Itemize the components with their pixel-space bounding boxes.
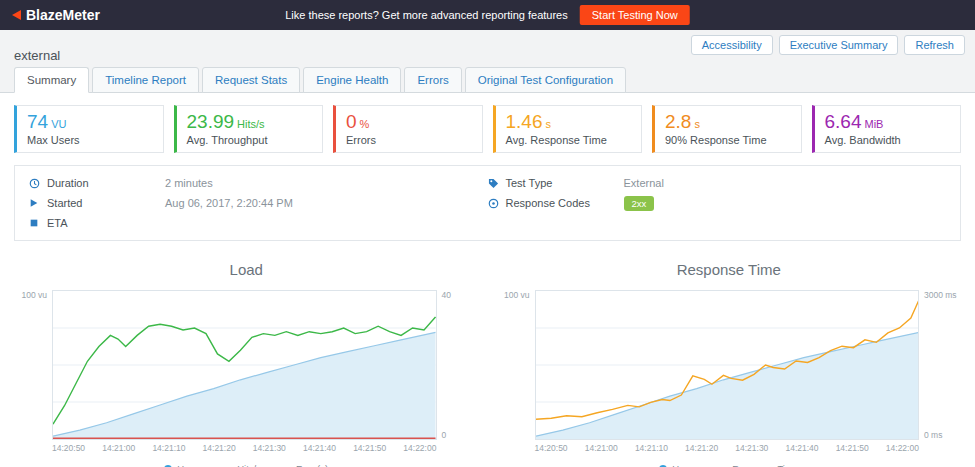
play-icon bbox=[29, 198, 47, 208]
page-header: external AccessibilityExecutive SummaryR… bbox=[0, 30, 975, 66]
x-tick-label: 14:22:00 bbox=[886, 443, 919, 453]
info-row-eta: ETA bbox=[29, 214, 488, 232]
header-actions: AccessibilityExecutive SummaryRefresh bbox=[691, 35, 965, 55]
x-tick-label: 14:21:30 bbox=[253, 443, 286, 453]
legend-label: Users bbox=[672, 463, 697, 467]
kpi-card-errors: 0%Errors bbox=[333, 105, 483, 153]
x-tick-label: 14:22:00 bbox=[403, 443, 436, 453]
kpi-card-avg-throughput: 23.99Hits/sAvg. Throughput bbox=[174, 105, 324, 153]
info-label: Test Type bbox=[506, 177, 624, 189]
chart-plot bbox=[52, 290, 437, 440]
navbar-promo: Like these reports? Get more advanced re… bbox=[285, 5, 690, 25]
kpi-unit: % bbox=[360, 118, 370, 130]
x-tick-label: 14:21:20 bbox=[203, 443, 236, 453]
kpi-value: 0 bbox=[346, 111, 357, 132]
x-axis-ticks: 14:20:5014:21:0014:21:1014:21:2014:21:30… bbox=[52, 443, 437, 453]
tab-errors[interactable]: Errors bbox=[404, 67, 461, 93]
top-navbar: BlazeMeter Like these reports? Get more … bbox=[0, 0, 975, 30]
app-root: BlazeMeter Like these reports? Get more … bbox=[0, 0, 975, 467]
refresh-button[interactable]: Refresh bbox=[904, 35, 965, 55]
legend-item-response-time[interactable]: Response Time bbox=[713, 463, 798, 467]
clock-icon bbox=[29, 178, 47, 189]
chart-canvas bbox=[53, 291, 436, 439]
x-tick-label: 14:21:10 bbox=[635, 443, 668, 453]
legend-item-users[interactable]: Users bbox=[164, 463, 202, 467]
x-tick-label: 14:21:40 bbox=[785, 443, 818, 453]
y-axis-right-bottom-label: 0 ms bbox=[924, 430, 961, 440]
kpi-card-max-users: 74VUMax Users bbox=[14, 105, 164, 153]
chart-legend: UsersHits/sError(s) bbox=[14, 463, 479, 467]
stop-icon bbox=[29, 218, 47, 228]
blazemeter-logo[interactable]: BlazeMeter bbox=[12, 7, 100, 23]
legend-label: Response Time bbox=[732, 463, 798, 467]
x-tick-label: 14:21:10 bbox=[152, 443, 185, 453]
load-chart-panel: Load100 vu40014:20:5014:21:0014:21:1014:… bbox=[14, 257, 479, 467]
response-codes-icon bbox=[488, 198, 506, 209]
blazemeter-logo-text: BlazeMeter bbox=[26, 7, 100, 23]
kpi-unit: s bbox=[545, 118, 551, 130]
info-row-test-type: Test TypeExternal bbox=[488, 174, 947, 192]
legend-item-error-s[interactable]: Error(s) bbox=[277, 463, 328, 467]
tab-original-test-configuration[interactable]: Original Test Configuration bbox=[465, 67, 626, 93]
y-axis-right-bottom-label: 0 bbox=[442, 430, 479, 440]
legend-label: Hits/s bbox=[237, 463, 261, 467]
x-tick-label: 14:21:20 bbox=[685, 443, 718, 453]
y-axis-right-top-label: 40 bbox=[442, 290, 479, 300]
tab-bar: SummaryTimeline ReportRequest StatsEngin… bbox=[0, 66, 975, 93]
kpi-unit: VU bbox=[51, 118, 66, 130]
tab-engine-health[interactable]: Engine Health bbox=[303, 67, 401, 93]
tab-timeline-report[interactable]: Timeline Report bbox=[92, 67, 199, 93]
x-tick-label: 14:21:00 bbox=[585, 443, 618, 453]
y-axis-left-label: 100 vu bbox=[21, 290, 47, 300]
kpi-label: 90% Response Time bbox=[665, 134, 791, 146]
kpi-unit: MiB bbox=[864, 118, 883, 130]
info-value: 2 minutes bbox=[165, 177, 213, 189]
x-tick-label: 14:21:00 bbox=[102, 443, 135, 453]
y-axis-right-top-label: 3000 ms bbox=[924, 290, 961, 300]
x-tick-label: 14:20:50 bbox=[535, 443, 568, 453]
kpi-unit: s bbox=[694, 118, 700, 130]
kpi-value: 2.8 bbox=[665, 111, 691, 132]
kpi-value: 23.99 bbox=[187, 111, 235, 132]
info-label: Response Codes bbox=[506, 197, 624, 209]
promo-text: Like these reports? Get more advanced re… bbox=[285, 9, 568, 21]
x-axis-ticks: 14:20:5014:21:0014:21:1014:21:2014:21:30… bbox=[535, 443, 920, 453]
start-testing-button[interactable]: Start Testing Now bbox=[580, 5, 690, 25]
info-row-duration: Duration2 minutes bbox=[29, 174, 488, 192]
tab-request-stats[interactable]: Request Stats bbox=[202, 67, 300, 93]
kpi-row: 74VUMax Users23.99Hits/sAvg. Throughput0… bbox=[0, 93, 975, 165]
legend-item-hits-s[interactable]: Hits/s bbox=[218, 463, 261, 467]
info-value: External bbox=[624, 177, 664, 189]
info-value: Aug 06, 2017, 2:20:44 PM bbox=[165, 197, 293, 209]
kpi-value: 1.46 bbox=[506, 111, 543, 132]
kpi-label: Avg. Throughput bbox=[187, 134, 313, 146]
kpi-label: Avg. Bandwidth bbox=[825, 134, 951, 146]
legend-label: Users bbox=[177, 463, 202, 467]
kpi-card-90-response-time: 2.8s90% Response Time bbox=[652, 105, 802, 153]
info-label: ETA bbox=[47, 217, 165, 229]
info-label: Started bbox=[47, 197, 165, 209]
chart-canvas bbox=[536, 291, 919, 439]
x-tick-label: 14:21:30 bbox=[735, 443, 768, 453]
page-title: external bbox=[14, 48, 60, 63]
x-tick-label: 14:21:50 bbox=[353, 443, 386, 453]
info-row-response-codes: Response Codes2xx bbox=[488, 194, 947, 212]
info-column: Duration2 minutesStartedAug 06, 2017, 2:… bbox=[29, 174, 488, 232]
tag-icon bbox=[488, 178, 506, 189]
info-label: Duration bbox=[47, 177, 165, 189]
chart-plot bbox=[535, 290, 920, 440]
test-info-panel: Duration2 minutesStartedAug 06, 2017, 2:… bbox=[14, 165, 961, 241]
chart-legend: UsersResponse Time bbox=[497, 463, 962, 467]
kpi-card-avg-bandwidth: 6.64MiBAvg. Bandwidth bbox=[812, 105, 962, 153]
kpi-value: 74 bbox=[27, 111, 48, 132]
response-code-badge: 2xx bbox=[624, 196, 655, 211]
y-axis-left-label: 100 vu bbox=[504, 290, 530, 300]
x-tick-label: 14:21:50 bbox=[836, 443, 869, 453]
blazemeter-logo-icon bbox=[12, 10, 21, 20]
accessibility-button[interactable]: Accessibility bbox=[691, 35, 773, 55]
executive-summary-button[interactable]: Executive Summary bbox=[779, 35, 899, 55]
tab-summary[interactable]: Summary bbox=[14, 67, 89, 93]
x-tick-label: 14:21:40 bbox=[303, 443, 336, 453]
legend-item-users[interactable]: Users bbox=[659, 463, 697, 467]
info-column: Test TypeExternalResponse Codes2xx bbox=[488, 174, 947, 232]
